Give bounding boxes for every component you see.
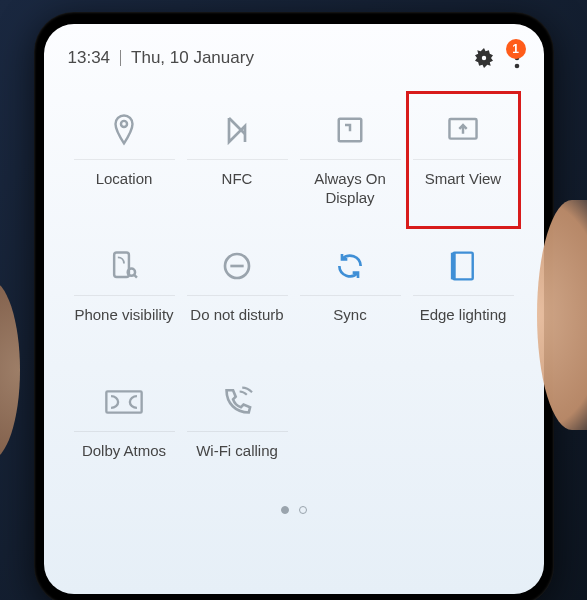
- tile-label: Location: [96, 170, 153, 208]
- tile-wifi-call[interactable]: Wi-Fi calling: [181, 364, 294, 500]
- tile-label: Smart View: [425, 170, 501, 208]
- tile-dolby[interactable]: Dolby Atmos: [68, 364, 181, 500]
- tile-label: Wi-Fi calling: [196, 442, 278, 480]
- tile-nfc[interactable]: NFC: [181, 92, 294, 228]
- tile-dnd[interactable]: Do not disturb: [181, 228, 294, 364]
- nfc-icon: [185, 106, 290, 154]
- svg-point-9: [128, 268, 135, 275]
- more-icon[interactable]: 1: [514, 47, 520, 69]
- clock-square-icon: [298, 106, 403, 154]
- notification-badge: 1: [506, 39, 526, 59]
- phone-frame: 13:34 Thu, 10 January: [34, 12, 554, 600]
- tile-phone-vis[interactable]: Phone visibility: [68, 228, 181, 364]
- svg-point-4: [514, 64, 519, 69]
- status-divider: [120, 50, 121, 66]
- settings-icon[interactable]: [472, 46, 496, 70]
- svg-rect-12: [106, 391, 141, 412]
- quick-settings-grid: LocationNFCAlways On DisplaySmart ViewPh…: [68, 92, 520, 500]
- status-bar: 13:34 Thu, 10 January: [68, 46, 520, 70]
- tile-aod[interactable]: Always On Display: [294, 92, 407, 228]
- svg-point-5: [121, 121, 127, 127]
- pin-icon: [72, 106, 177, 154]
- status-date: Thu, 10 January: [131, 48, 254, 68]
- svg-point-1: [480, 55, 486, 61]
- pager-dot[interactable]: [281, 506, 289, 514]
- tile-label: Edge lighting: [420, 306, 507, 344]
- screen: 13:34 Thu, 10 January: [44, 24, 544, 594]
- wifi-call-icon: [185, 378, 290, 426]
- tile-location[interactable]: Location: [68, 92, 181, 228]
- svg-rect-11: [453, 253, 472, 280]
- status-time: 13:34: [68, 48, 111, 68]
- page-indicator: [68, 506, 520, 514]
- tile-label: NFC: [222, 170, 253, 208]
- tile-smart-view[interactable]: Smart View: [407, 92, 520, 228]
- edge-icon: [411, 242, 516, 290]
- tile-label: Dolby Atmos: [82, 442, 166, 480]
- tile-label: Phone visibility: [74, 306, 173, 344]
- pager-dot[interactable]: [299, 506, 307, 514]
- minus-circle-icon: [185, 242, 290, 290]
- tile-label: Sync: [333, 306, 366, 344]
- tile-label: Do not disturb: [190, 306, 283, 344]
- tile-label: Always On Display: [298, 170, 403, 208]
- tile-sync[interactable]: Sync: [294, 228, 407, 364]
- sync-icon: [298, 242, 403, 290]
- tile-edge-light[interactable]: Edge lighting: [407, 228, 520, 364]
- phone-search-icon: [72, 242, 177, 290]
- dolby-icon: [72, 378, 177, 426]
- cast-icon: [411, 106, 516, 154]
